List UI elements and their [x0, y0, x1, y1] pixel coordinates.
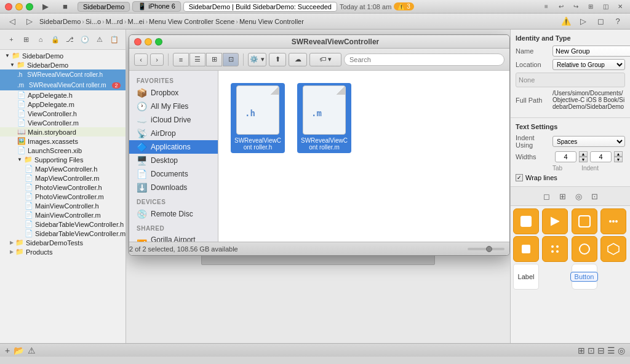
finder-add-button[interactable]: ☁ [289, 53, 307, 66]
location-select[interactable]: Relative to Group [552, 59, 625, 70]
finder-sidebar-dropbox[interactable]: 📦 Dropbox [129, 86, 218, 100]
toolbar-more[interactable]: ▷ [576, 14, 591, 29]
breadcrumb-6[interactable]: Menu View Controller [239, 18, 304, 25]
play-button[interactable]: ▶ [38, 0, 53, 14]
maximize-button[interactable] [26, 3, 33, 10]
sidebar-item-sidebardemo[interactable]: ▼ 📁 SidebarDemo [0, 60, 126, 69]
finder-sidebar-documents[interactable]: 📄 Documents [129, 167, 218, 181]
bottom-right-btn-1[interactable]: ⊞ [578, 346, 585, 355]
sidebar-clock-btn[interactable]: 🕐 [78, 32, 91, 47]
sidebar-item-xcassets[interactable]: 🖼️ Images.xcassets [0, 136, 126, 146]
icon-grid-item-square2[interactable] [513, 236, 539, 262]
back-icon[interactable]: ↩ [556, 2, 566, 12]
wrap-checkbox[interactable]: ✓ [516, 174, 523, 181]
library-tab-4[interactable]: ⊡ [588, 189, 601, 203]
bottom-right-btn-5[interactable]: ◎ [618, 346, 625, 355]
bottom-right-btn-2[interactable]: ⊡ [588, 346, 595, 355]
finder-close-button[interactable] [134, 38, 142, 46]
toolbar-nav-right[interactable]: ▷ [22, 14, 37, 29]
indent-width-input[interactable] [590, 151, 612, 162]
library-tab-1[interactable]: ◻ [540, 189, 553, 203]
stepper-down-icon[interactable]: ▼ [579, 157, 588, 162]
toolbar-nav-left[interactable]: ◁ [5, 14, 20, 29]
finder-sidebar-gorilla[interactable]: 📶 Gorilla Airport Extreme [129, 234, 218, 242]
sidebar-item-sidebartvc-h[interactable]: 📄 SidebarTableViewController.h [0, 220, 126, 229]
bottom-warning-button[interactable]: ⚠ [28, 346, 36, 355]
finder-sidebar-applications[interactable]: 🔷 Applications [129, 140, 218, 154]
finder-sidebar-icloud[interactable]: ☁️ iCloud Drive [129, 113, 218, 127]
sidebar-item-launchscreen[interactable]: 📄 LaunchScreen.xib [0, 146, 126, 155]
warning-icon[interactable]: ⚠️ [559, 14, 573, 29]
sidebar-item-mainvc-m[interactable]: 📄 MainViewController.m [0, 210, 126, 220]
finder-sidebar-downloads[interactable]: ⬇️ Downloads [129, 181, 218, 194]
finder-tag-button[interactable]: 🏷 ▾ [309, 53, 341, 66]
forward-icon[interactable]: ↪ [571, 2, 581, 12]
finder-file-m[interactable]: .m SWRevealViewCont roller.m [297, 83, 351, 153]
sidebar-item-viewcontroller-h[interactable]: 📄 ViewController.h [0, 109, 126, 118]
layout-icon[interactable]: ⊞ [586, 2, 596, 12]
icon-grid-item-cube[interactable] [600, 236, 626, 262]
breadcrumb-3[interactable]: M...rd [106, 18, 123, 25]
sidebar-item-supporting[interactable]: ▼ 📁 Supporting Files [0, 155, 126, 164]
finder-arrange-button[interactable]: ⚙️ ▾ [248, 53, 266, 66]
menu-icon[interactable]: ≡ [541, 2, 551, 12]
finder-coverflow-view-button[interactable]: ⊡ [223, 53, 239, 66]
finder-back-button[interactable]: ‹ [134, 53, 148, 66]
sidebar-item-mapvc-h[interactable]: 📄 MapViewController.h [0, 164, 126, 173]
panel-icon[interactable]: ◫ [600, 2, 610, 12]
sidebar-item-appdelegate-m[interactable]: 📄 AppDelegate.m [0, 100, 126, 109]
tab-iphone6[interactable]: 📱 iPhone 6 [132, 1, 180, 12]
tab-width-stepper[interactable]: ▲ ▼ [579, 151, 588, 162]
close-icon[interactable]: ✕ [615, 2, 625, 12]
sidebar-item-sidebardemo-root[interactable]: ▼ 📁 SidebarDemo [0, 51, 126, 60]
finder-share-button[interactable]: ⬆ [269, 53, 286, 66]
library-tab-2[interactable]: ⊞ [556, 189, 569, 203]
sidebar-report-btn[interactable]: 📋 [108, 32, 121, 47]
icon-grid-item-square[interactable] [513, 208, 539, 234]
breadcrumb-5[interactable]: Menu View Controller Scene [149, 18, 234, 25]
selected-file-h[interactable]: .h SWRevealViewCont roller.h [0, 69, 126, 80]
finder-sidebar-remote-disc[interactable]: 💿 Remote Disc [129, 207, 218, 221]
sidebar-filter-btn[interactable]: ⊞ [20, 32, 33, 47]
icon-grid-item-dots2[interactable] [542, 236, 568, 262]
indent-using-select[interactable]: Spaces [552, 136, 625, 147]
icon-grid-item-dots[interactable] [600, 208, 626, 234]
sidebar-item-storyboard[interactable]: 📖 Main.storyboard [0, 127, 126, 136]
breadcrumb-2[interactable]: Si...o [86, 18, 101, 25]
tab-build-status[interactable]: SidebarDemo | Build SidebarDemo: Succeed… [183, 2, 337, 12]
sidebar-item-products[interactable]: ▶ 📁 Products [0, 247, 126, 256]
indent-width-stepper[interactable]: ▲ ▼ [614, 151, 623, 162]
bottom-right-btn-4[interactable]: ☰ [607, 346, 615, 355]
finder-forward-button[interactable]: › [150, 53, 164, 66]
sidebar-item-mapvc-m[interactable]: 📄 MapViewController.m [0, 173, 126, 183]
sidebar-home-btn[interactable]: ⌂ [34, 32, 47, 47]
sidebar-item-viewcontroller-m[interactable]: 📄 ViewController.m [0, 118, 126, 127]
minimize-button[interactable] [15, 3, 23, 10]
icon-grid-item-label[interactable]: Label [513, 264, 539, 290]
finder-file-h[interactable]: .h SWRevealViewCont roller.h [231, 83, 285, 153]
sidebar-lock-btn[interactable]: 🔒 [49, 32, 62, 47]
sidebar-item-mainvc-h[interactable]: 📄 MainViewController.h [0, 201, 126, 210]
inspector-icon[interactable]: ◻ [593, 14, 608, 29]
finder-sidebar-all-my-files[interactable]: 🕐 All My Files [129, 100, 218, 113]
bottom-right-btn-3[interactable]: ⊟ [597, 346, 605, 355]
icon-grid-item-outline[interactable] [572, 208, 597, 234]
finder-icon-view-button[interactable]: ≡ [173, 53, 189, 66]
icon-grid-item-chevron[interactable] [542, 208, 568, 234]
sidebar-item-photovc-h[interactable]: 📄 PhotoViewController.h [0, 183, 126, 192]
sidebar-warning-btn[interactable]: ⚠ [93, 32, 106, 47]
tab-sidebardemo[interactable]: SidebarDemo [78, 2, 130, 12]
icon-grid-item-button[interactable]: Button [572, 264, 597, 290]
bottom-folder-button[interactable]: 📂 [14, 346, 24, 355]
finder-sidebar-airdrop[interactable]: 📡 AirDrop [129, 127, 218, 140]
name-input[interactable] [552, 46, 630, 57]
stepper-down-icon[interactable]: ▼ [614, 157, 623, 162]
icon-grid-item-circle[interactable] [572, 236, 597, 262]
sidebar-add-btn[interactable]: + [5, 32, 18, 47]
sidebar-item-tests[interactable]: ▶ 📁 SidebarDemoTests [0, 238, 126, 247]
finder-list-view-button[interactable]: ☰ [189, 53, 205, 66]
finder-search-input[interactable] [344, 53, 504, 66]
sidebar-item-appdelegate-h[interactable]: 📄 AppDelegate.h [0, 90, 126, 100]
stop-button[interactable]: ■ [58, 0, 73, 14]
library-tab-3[interactable]: ◎ [572, 189, 585, 203]
